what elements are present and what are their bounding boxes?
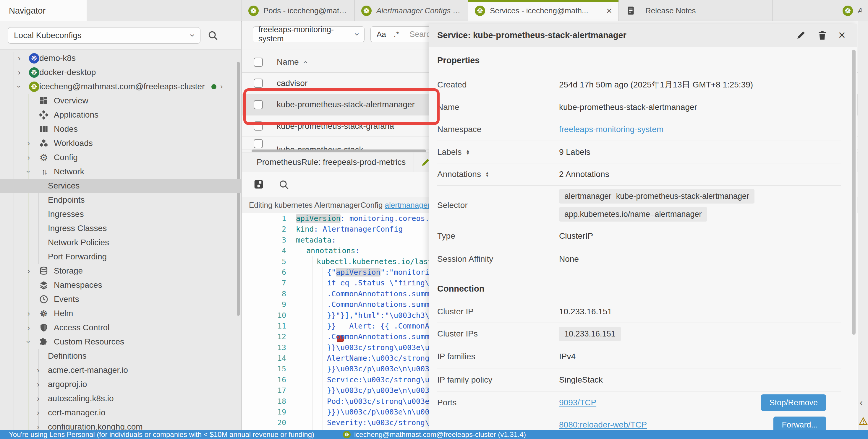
port-link[interactable]: 8080:reloader-web/TCP [559,420,647,430]
forward-button[interactable]: Forward... [773,416,826,430]
sort-asc-icon: › [300,61,310,64]
namespace-select[interactable]: freeleaps-monitoring-system › [253,26,365,42]
chevron-left-icon[interactable]: › [860,399,863,409]
line-number: 4 [242,245,286,256]
drawer-body: PropertiesCreated254d 17h 50m ago (2025年… [429,47,857,430]
tab-close-icon[interactable]: × [607,6,612,15]
sidebar-item-helm[interactable]: ›☸Helm [0,306,241,320]
sidebar-item-port-forwarding[interactable]: Port Forwarding [0,250,241,264]
sidebar-item-demo-k8s[interactable]: ›☸demo-k8s [0,51,241,65]
dock-tab-title[interactable]: PrometheusRule: freepeals-prod-metrics [257,158,406,167]
tab-strip: ☸Pods - icecheng@mathmas...☸Alertmanager… [242,0,868,21]
search-icon[interactable] [208,30,218,41]
chevron-collapsed-icon[interactable]: › [33,365,43,375]
workloads-icon [38,138,49,148]
sidebar-item-label: Network Policies [48,238,109,247]
sidebar-item-ingresses[interactable]: Ingresses [0,207,241,221]
right-edge-strip: › [858,21,868,430]
sidebar-item-autoscaling-k8s-io[interactable]: ›autoscaling.k8s.io [0,392,241,406]
service-name: kube-prometheus-stack-… [277,145,374,150]
chevron-collapsed-icon[interactable]: › [24,323,34,332]
sidebar-item-ingress-classes[interactable]: Ingress Classes [0,221,241,235]
resource-link[interactable]: alertmanager [385,201,430,210]
overview-icon [38,95,49,106]
sidebar-item-services[interactable]: Services [0,179,241,193]
editor-search-icon[interactable] [278,179,289,190]
row-checkbox[interactable] [254,122,263,131]
chevron-collapsed-icon[interactable]: › [33,394,43,403]
row-checkbox[interactable] [254,139,263,148]
sort-toggle-icon[interactable]: ▲▼ [485,172,489,177]
stop-remove-button[interactable]: Stop/Remove [761,394,826,411]
sidebar-item-custom-resources[interactable]: ›Custom Resources [0,335,241,349]
chevron-collapsed-icon[interactable]: › [33,408,43,417]
active-cluster-status[interactable]: ☸ icecheng@mathmast.com@freeleaps-cluste… [343,431,526,439]
chevron-collapsed-icon[interactable]: › [24,153,34,162]
line-number: 17 [242,385,286,396]
trash-icon[interactable] [817,30,828,40]
port-link[interactable]: 9093/TCP [559,398,596,407]
tab-release-notes[interactable]: Release Notes [619,0,773,21]
divider [413,153,414,172]
sidebar-item-applications[interactable]: Applications [0,108,241,122]
drawer-scrollbar[interactable] [852,49,856,335]
sidebar-item-overview[interactable]: Overview [0,94,241,108]
chevron-collapsed-icon[interactable]: › [24,309,34,318]
namespace-link[interactable]: freeleaps-monitoring-system [559,125,663,134]
save-icon[interactable] [253,179,264,190]
chevron-collapsed-icon[interactable]: › [24,266,34,276]
chevron-collapsed-icon[interactable]: › [24,139,34,148]
chevron-expanded-icon[interactable]: › [14,82,24,91]
select-all-checkbox[interactable] [254,58,263,67]
events-icon [38,294,49,305]
lens-app: Navigator ☸Pods - icecheng@mathmas...☸Al… [0,0,868,439]
sidebar-item-icecheng-mathmast-com-freeleaps-cluster[interactable]: ›☸icecheng@mathmast.com@freeleaps-cluste… [0,79,241,94]
sidebar-item-label: Port Forwarding [48,252,107,262]
sidebar-item-cert-manager-io[interactable]: ›cert-manager.io [0,406,241,420]
value-chip: alertmanager=kube-prometheus-stack-alert… [559,189,754,204]
kubeconfig-select[interactable]: Local Kubeconfigs › [8,27,200,44]
chevron-expanded-icon[interactable]: › [24,167,34,176]
chevron-collapsed-icon[interactable]: › [14,68,24,77]
header-divider [269,56,269,69]
sidebar-item-access-control[interactable]: ›Access Control [0,320,241,335]
sidebar-item-workloads[interactable]: ›Workloads [0,136,241,150]
sidebar-item-nodes[interactable]: Nodes [0,122,241,136]
row-label: Cluster IPs [437,329,559,339]
sidebar-item-events[interactable]: Events [0,292,241,306]
row-label: IP family policy [437,375,559,385]
sidebar-item-config[interactable]: ›⚙Config [0,150,241,165]
column-header-name[interactable]: Name [277,57,299,67]
sidebar-item-network[interactable]: ›↑↓Network [0,165,241,179]
status-bar: You're using Lens Personal (for individu… [0,430,868,439]
line-number: 7 [242,278,286,288]
sidebar-item-endpoints[interactable]: Endpoints [0,193,241,207]
line-number: 5 [242,257,286,267]
sidebar-item-definitions[interactable]: Definitions [0,349,241,363]
chevron-collapsed-icon[interactable]: › [33,422,43,430]
chevron-expanded-icon[interactable]: › [24,337,34,346]
chevron-right-icon[interactable]: › [221,82,223,91]
sidebar-item-acme-cert-manager-io[interactable]: ›acme.cert-manager.io [0,363,241,377]
edit-pencil-icon[interactable] [796,30,806,40]
close-icon[interactable]: × [838,29,845,41]
chevron-collapsed-icon[interactable]: › [14,54,24,63]
sidebar-item-configuration-konghq-com[interactable]: ›configuration.konghq.com [0,420,241,430]
sidebar-item-storage[interactable]: ›Storage [0,264,241,278]
sidebar-item-argoproj-io[interactable]: ›argoproj.io [0,377,241,392]
regex-toggle[interactable]: .* [394,30,399,39]
row-label: Namespace [437,125,559,134]
match-case-toggle[interactable]: Aa [377,30,386,39]
sidebar-item-docker-desktop[interactable]: ›☸docker-desktop [0,65,241,79]
sidebar-item-network-policies[interactable]: Network Policies [0,235,241,250]
tab-services-icecheng-math[interactable]: ☸Services - icecheng@math...× [468,0,619,21]
line-number: 16 [242,375,286,385]
sort-toggle-icon[interactable]: ▲▼ [466,149,470,155]
sidebar-item-namespaces[interactable]: Namespaces [0,278,241,292]
row-checkbox[interactable] [254,78,263,88]
chevron-collapsed-icon[interactable]: › [33,380,43,389]
tab-pods-icecheng-mathmas[interactable]: ☸Pods - icecheng@mathmas... [242,0,355,21]
row-checkbox[interactable] [254,100,263,109]
tab-alertmanager-configs-icec[interactable]: ☸Alertmanager Configs - icec... [355,0,468,21]
tab-a[interactable]: ☸A [836,0,868,21]
